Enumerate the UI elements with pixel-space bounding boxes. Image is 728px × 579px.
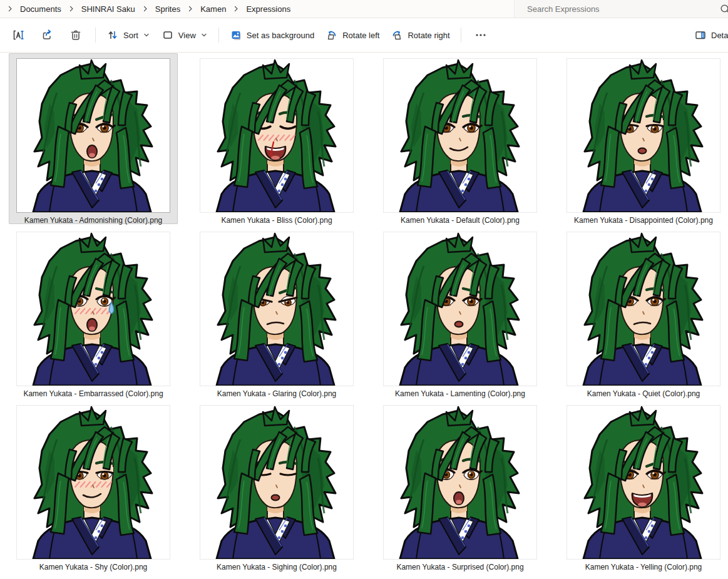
- file-name: Kamen Yukata - Glaring (Color).png: [217, 389, 337, 398]
- details-button[interactable]: Details: [689, 24, 728, 46]
- grid-cell: Kamen Yukata - Surprised (Color).png: [376, 400, 559, 573]
- file-tile[interactable]: Kamen Yukata - Lamenting (Color).png: [376, 227, 545, 397]
- grid-cell: Kamen Yukata - Sighing (Color).png: [192, 400, 376, 573]
- file-name: Kamen Yukata - Embarrassed (Color).png: [23, 389, 163, 398]
- rename-icon: [12, 29, 24, 41]
- file-name: Kamen Yukata - Default (Color).png: [401, 216, 520, 225]
- set-background-icon: [230, 29, 242, 41]
- grid-cell: Kamen Yukata - Default (Color).png: [376, 53, 559, 227]
- navigation-bar: DocumentsSHINRAI SakuSpritesKamenExpress…: [0, 0, 728, 18]
- file-thumbnail[interactable]: [200, 405, 354, 560]
- file-name: Kamen Yukata - Shy (Color).png: [39, 563, 148, 571]
- rotate-right-icon: [391, 29, 403, 41]
- file-tile[interactable]: Kamen Yukata - Admonishing (Color).png: [9, 53, 178, 224]
- details-icon: [694, 29, 707, 41]
- file-thumbnail[interactable]: [200, 58, 354, 213]
- breadcrumb-item-shinrai-saku[interactable]: SHINRAI Saku: [76, 3, 140, 15]
- file-thumbnail[interactable]: [383, 405, 537, 560]
- file-name: Kamen Yukata - Admonishing (Color).png: [24, 216, 163, 225]
- file-tile[interactable]: Kamen Yukata - Shy (Color).png: [9, 400, 178, 571]
- search-input[interactable]: [515, 4, 707, 14]
- grid-cell: Kamen Yukata - Admonishing (Color).png: [9, 53, 192, 227]
- rotate-right-button[interactable]: Rotate right: [385, 24, 455, 46]
- breadcrumb: DocumentsSHINRAI SakuSpritesKamenExpress…: [0, 3, 295, 15]
- view-icon: [161, 29, 174, 41]
- grid-cell: Kamen Yukata - Embarrassed (Color).png: [9, 227, 192, 400]
- delete-button[interactable]: [61, 24, 90, 46]
- chevron-right-icon: [6, 5, 14, 13]
- chevron-down-icon: [143, 31, 150, 39]
- grid-cell: Kamen Yukata - Yelling (Color).png: [559, 400, 728, 573]
- sort-label: Sort: [123, 31, 138, 40]
- details-label: Details: [711, 31, 728, 40]
- file-name: Kamen Yukata - Surprised (Color).png: [396, 563, 523, 571]
- chevron-right-icon: [68, 5, 75, 13]
- sort-icon: [106, 29, 119, 41]
- rename-button[interactable]: [4, 24, 33, 46]
- grid-cell: Kamen Yukata - Disappointed (Color).png: [559, 53, 728, 227]
- chevron-right-icon: [141, 5, 149, 13]
- file-thumbnail[interactable]: [383, 232, 537, 386]
- file-name: Kamen Yukata - Sighing (Color).png: [217, 563, 337, 571]
- file-tile[interactable]: Kamen Yukata - Surprised (Color).png: [376, 400, 545, 571]
- toolbar-separator: [218, 28, 219, 43]
- rotate-left-label: Rotate left: [342, 31, 379, 40]
- breadcrumb-item-expressions[interactable]: Expressions: [241, 3, 295, 15]
- command-toolbar: Sort View Set as background Rotate left: [0, 18, 728, 53]
- file-tile[interactable]: Kamen Yukata - Bliss (Color).png: [192, 53, 361, 224]
- chevron-right-icon: [232, 5, 240, 13]
- grid-cell: Kamen Yukata - Shy (Color).png: [9, 400, 192, 573]
- file-thumbnail[interactable]: [200, 232, 354, 386]
- search-box[interactable]: [514, 0, 728, 18]
- breadcrumb-item-documents[interactable]: Documents: [15, 3, 66, 15]
- chevron-right-icon: [187, 5, 194, 13]
- file-tile[interactable]: Kamen Yukata - Glaring (Color).png: [192, 227, 361, 397]
- delete-icon: [69, 29, 82, 41]
- file-thumbnail[interactable]: [567, 58, 720, 213]
- file-tile[interactable]: Kamen Yukata - Default (Color).png: [376, 53, 545, 224]
- rotate-left-icon: [326, 29, 338, 41]
- file-tile[interactable]: Kamen Yukata - Sighing (Color).png: [192, 400, 361, 571]
- search-icon[interactable]: [719, 3, 728, 18]
- more-icon: [474, 29, 487, 41]
- rotate-right-label: Rotate right: [408, 31, 449, 40]
- set-background-button[interactable]: Set as background: [224, 24, 320, 46]
- breadcrumb-item-sprites[interactable]: Sprites: [150, 3, 185, 15]
- file-thumbnail[interactable]: [16, 58, 170, 213]
- file-name: Kamen Yukata - Lamenting (Color).png: [395, 389, 525, 398]
- grid-cell: Kamen Yukata - Bliss (Color).png: [192, 53, 376, 227]
- file-name: Kamen Yukata - Yelling (Color).png: [585, 563, 702, 571]
- file-thumbnail[interactable]: [567, 232, 720, 386]
- file-tile[interactable]: Kamen Yukata - Yelling (Color).png: [559, 400, 728, 571]
- file-thumbnail[interactable]: [16, 405, 170, 560]
- file-name: Kamen Yukata - Bliss (Color).png: [221, 216, 332, 225]
- file-thumbnail[interactable]: [16, 232, 170, 386]
- file-grid: Kamen Yukata - Admonishing (Color).png K…: [9, 53, 728, 573]
- breadcrumb-item-kamen[interactable]: Kamen: [195, 3, 231, 15]
- file-name: Kamen Yukata - Disappointed (Color).png: [574, 216, 713, 225]
- grid-cell: Kamen Yukata - Lamenting (Color).png: [376, 227, 559, 400]
- share-icon: [41, 29, 53, 41]
- file-thumbnail[interactable]: [383, 58, 537, 213]
- view-label: View: [178, 31, 196, 40]
- chevron-down-icon: [200, 31, 208, 39]
- sort-button[interactable]: Sort: [101, 24, 156, 46]
- toolbar-separator: [461, 28, 461, 43]
- file-name: Kamen Yukata - Quiet (Color).png: [587, 389, 700, 398]
- grid-cell: Kamen Yukata - Quiet (Color).png: [559, 227, 728, 400]
- grid-cell: Kamen Yukata - Glaring (Color).png: [192, 227, 376, 400]
- view-button[interactable]: View: [156, 24, 213, 46]
- file-tile[interactable]: Kamen Yukata - Disappointed (Color).png: [559, 53, 728, 224]
- file-tile[interactable]: Kamen Yukata - Quiet (Color).png: [559, 227, 728, 397]
- more-button[interactable]: [466, 24, 495, 46]
- share-button[interactable]: [33, 24, 61, 46]
- set-background-label: Set as background: [247, 31, 314, 40]
- rotate-left-button[interactable]: Rotate left: [320, 24, 385, 46]
- toolbar-separator: [95, 28, 96, 43]
- file-tile[interactable]: Kamen Yukata - Embarrassed (Color).png: [9, 227, 178, 397]
- file-thumbnail[interactable]: [567, 405, 720, 560]
- file-list-area: Kamen Yukata - Admonishing (Color).png K…: [0, 53, 728, 578]
